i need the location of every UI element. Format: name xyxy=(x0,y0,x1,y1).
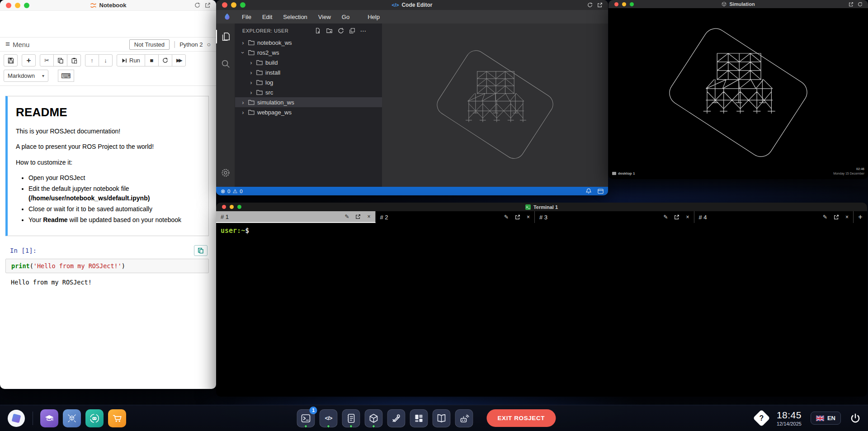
run-cell-button[interactable]: Run xyxy=(117,54,145,66)
detach-tab-icon[interactable] xyxy=(834,214,839,220)
rename-tab-icon[interactable]: ✎ xyxy=(823,214,827,220)
tree-item-install[interactable]: ›install xyxy=(235,67,382,77)
cell-type-select[interactable]: Markdown ▾ xyxy=(4,70,48,82)
paste-cell-button[interactable] xyxy=(67,54,81,66)
terminal-output[interactable]: user:~$ xyxy=(216,223,867,238)
new-terminal-tab-button[interactable]: + xyxy=(854,211,867,223)
not-trusted-button[interactable]: Not Trusted xyxy=(129,39,170,50)
errors-icon[interactable]: ⊗ xyxy=(221,188,225,194)
editor-viewport[interactable] xyxy=(382,24,608,187)
menu-toggle[interactable]: ≡ Menu xyxy=(5,40,29,49)
taskbar-terminal-button[interactable]: 1 xyxy=(297,409,315,427)
code-cell[interactable]: print('Hello from my ROSJect!') xyxy=(5,259,209,273)
rename-tab-icon[interactable]: ✎ xyxy=(504,214,509,220)
menu-selection[interactable]: Selection xyxy=(283,14,307,20)
markdown-cell[interactable]: README This is your ROSJect documentatio… xyxy=(5,96,209,236)
help-button[interactable]: ? xyxy=(753,409,770,426)
menu-edit[interactable]: Edit xyxy=(262,14,272,20)
new-file-icon[interactable] xyxy=(315,28,321,34)
menu-help[interactable]: Help xyxy=(368,14,380,20)
zoom-window-button[interactable] xyxy=(240,2,245,8)
terminal-tab-2[interactable]: # 2 ✎ × xyxy=(376,211,535,223)
close-tab-icon[interactable]: × xyxy=(686,214,689,220)
explorer-tab[interactable] xyxy=(216,30,235,43)
open-external-icon[interactable] xyxy=(205,2,211,8)
open-external-icon[interactable] xyxy=(597,2,603,8)
language-button[interactable]: EN xyxy=(811,412,841,425)
collapse-folders-icon[interactable] xyxy=(349,28,355,34)
move-cell-up-button[interactable]: ↑ xyxy=(85,54,99,66)
open-external-icon[interactable] xyxy=(849,2,854,7)
taskbar-ros-bridge-button[interactable] xyxy=(455,409,473,427)
warnings-icon[interactable]: ⚠ xyxy=(232,188,237,194)
more-actions-icon[interactable]: ⋯ xyxy=(360,29,367,32)
clock-time: 18:45 xyxy=(777,410,802,421)
detach-tab-icon[interactable] xyxy=(674,214,679,220)
minimize-window-button[interactable] xyxy=(231,2,236,8)
copy-cell-button[interactable] xyxy=(53,54,67,66)
tree-item-build[interactable]: ›build xyxy=(235,57,382,67)
cut-cell-button[interactable]: ✂ xyxy=(40,54,54,66)
gazebo-viewport[interactable] xyxy=(609,8,868,179)
move-cell-down-button[interactable]: ↓ xyxy=(99,54,113,66)
terminal-tab-1[interactable]: # 1 ✎ × xyxy=(216,211,376,223)
new-folder-icon[interactable] xyxy=(326,28,333,34)
tree-item-simulation-ws[interactable]: ›simulation_ws xyxy=(235,97,382,107)
store-button[interactable] xyxy=(108,409,126,427)
detach-tab-icon[interactable] xyxy=(355,214,361,219)
zoom-window-button[interactable] xyxy=(24,3,29,8)
taskbar-simulation-button[interactable] xyxy=(364,409,382,427)
search-tab[interactable] xyxy=(216,57,235,71)
minimize-window-button[interactable] xyxy=(622,2,626,6)
construct-home-button[interactable] xyxy=(7,409,25,427)
academy-button[interactable] xyxy=(40,409,58,427)
taskbar-notebook-button[interactable] xyxy=(342,409,360,427)
stop-kernel-button[interactable]: ■ xyxy=(145,54,159,66)
restart-kernel-button[interactable] xyxy=(158,54,172,66)
simulations-button[interactable] xyxy=(63,409,81,427)
exit-rosject-button[interactable]: EXIT ROSJECT xyxy=(486,409,556,427)
zoom-window-button[interactable] xyxy=(630,2,634,6)
notifications-bell-icon[interactable] xyxy=(586,188,591,194)
copy-code-button[interactable] xyxy=(194,245,208,256)
close-window-button[interactable] xyxy=(222,205,226,209)
close-tab-icon[interactable]: × xyxy=(367,213,370,220)
rename-tab-icon[interactable]: ✎ xyxy=(663,214,668,220)
save-button[interactable] xyxy=(4,54,18,66)
tree-item-log[interactable]: ›log xyxy=(235,77,382,87)
restart-run-all-button[interactable]: ▶▶ xyxy=(172,54,186,66)
close-tab-icon[interactable]: × xyxy=(527,214,530,220)
taskbar-docs-button[interactable] xyxy=(432,409,450,427)
add-cell-button[interactable]: + xyxy=(22,54,36,66)
terminal-tab-4[interactable]: # 4 ✎ × xyxy=(694,211,854,223)
toggle-panel-icon[interactable] xyxy=(598,189,604,194)
minimize-window-button[interactable] xyxy=(15,3,20,8)
close-tab-icon[interactable]: × xyxy=(845,214,849,220)
power-button[interactable] xyxy=(850,413,861,424)
ai-robot-button[interactable] xyxy=(85,409,104,427)
settings-gear-button[interactable] xyxy=(216,166,235,180)
tree-item-src[interactable]: ›src xyxy=(235,87,382,97)
reload-icon[interactable] xyxy=(858,2,863,7)
menu-go[interactable]: Go xyxy=(342,14,349,20)
taskbar-windows-layout-button[interactable] xyxy=(410,409,428,427)
reload-icon[interactable] xyxy=(587,2,593,8)
refresh-explorer-icon[interactable] xyxy=(338,28,344,34)
close-window-button[interactable] xyxy=(614,2,618,6)
rename-tab-icon[interactable]: ✎ xyxy=(344,213,349,220)
taskbar-tools-button[interactable] xyxy=(387,409,405,427)
menu-file[interactable]: File xyxy=(242,14,251,20)
minimize-window-button[interactable] xyxy=(230,205,234,209)
command-palette-button[interactable]: ⌨ xyxy=(58,70,74,82)
tree-item-ros2-ws[interactable]: ›ros2_ws xyxy=(235,47,382,57)
terminal-tab-3[interactable]: # 3 ✎ × xyxy=(535,211,694,223)
taskbar-code-editor-button[interactable]: </> xyxy=(319,409,337,427)
detach-tab-icon[interactable] xyxy=(515,214,520,220)
reload-icon[interactable] xyxy=(194,2,200,8)
tree-item-webpage-ws[interactable]: ›webpage_ws xyxy=(235,107,382,117)
close-window-button[interactable] xyxy=(222,2,227,8)
menu-view[interactable]: View xyxy=(318,14,331,20)
tree-item-notebook-ws[interactable]: ›notebook_ws xyxy=(235,38,382,47)
close-window-button[interactable] xyxy=(6,3,11,8)
zoom-window-button[interactable] xyxy=(237,205,241,209)
